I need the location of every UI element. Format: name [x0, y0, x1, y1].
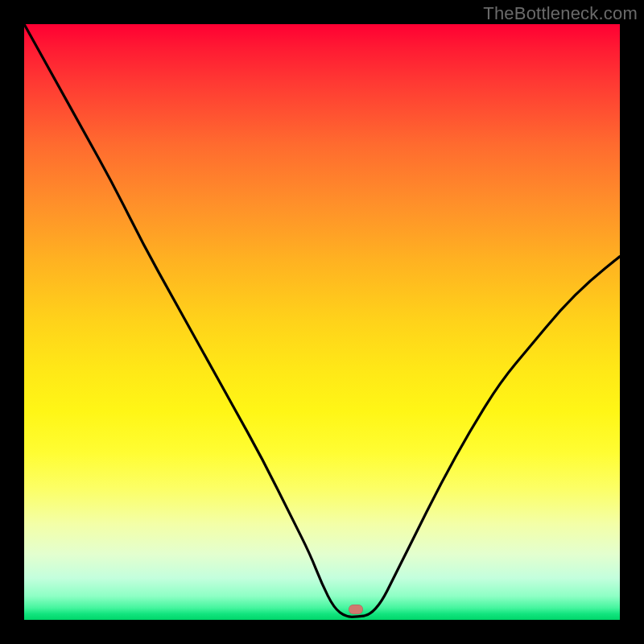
watermark-text: TheBottleneck.com	[483, 3, 638, 24]
chart-area	[24, 24, 620, 620]
stage: TheBottleneck.com	[0, 0, 644, 644]
optimum-marker	[349, 605, 363, 614]
bottleneck-curve	[24, 24, 620, 620]
